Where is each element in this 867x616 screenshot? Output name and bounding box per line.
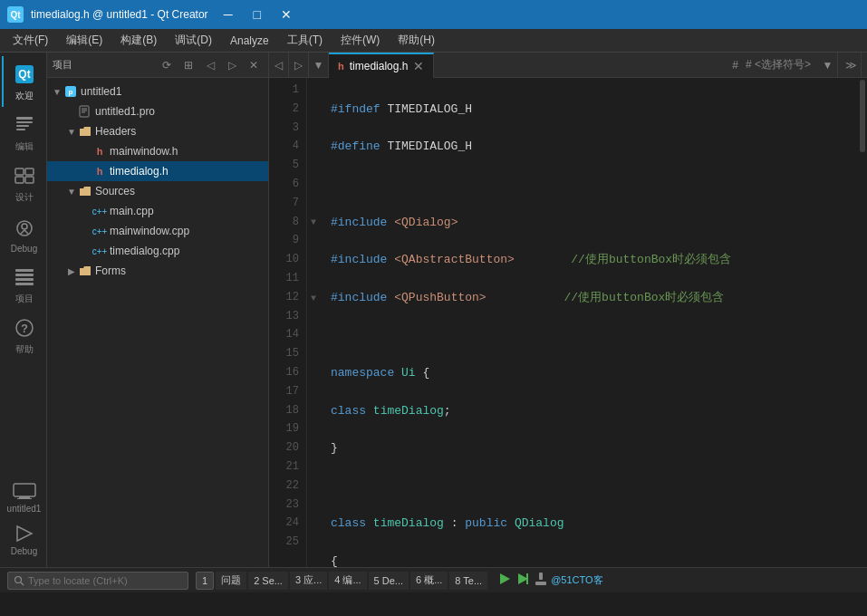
tree-item-timedialog-cpp[interactable]: c++ timedialog.cpp bbox=[47, 241, 268, 261]
minimize-button[interactable]: ─ bbox=[216, 5, 241, 24]
code-line-8: namespace Ui { bbox=[331, 364, 858, 383]
run-button[interactable] bbox=[496, 571, 513, 590]
sidebar-item-edit[interactable]: 编辑 bbox=[2, 107, 45, 158]
line-numbers: 12345 678910 1112131415 1617181920 21222… bbox=[269, 78, 307, 567]
svg-text:p: p bbox=[69, 88, 73, 96]
tab-nav-back[interactable]: ◁ bbox=[269, 53, 289, 78]
search-icon bbox=[14, 575, 24, 586]
code-line-1: #ifndef TIMEDIALOG_H bbox=[331, 101, 858, 120]
symbol-nav[interactable]: # <选择符号> bbox=[742, 57, 814, 72]
tree-item-mainwindow-h[interactable]: h mainwindow.h bbox=[47, 141, 268, 161]
panel-title: 项目 bbox=[53, 58, 154, 72]
svg-rect-26 bbox=[80, 106, 89, 117]
menu-analyze[interactable]: Analyze bbox=[221, 33, 278, 49]
menu-bar: 文件(F) 编辑(E) 构建(B) 调试(D) Analyze 工具(T) 控件… bbox=[0, 29, 867, 53]
scroll-thumb[interactable] bbox=[860, 80, 865, 152]
sidebar-item-debug[interactable]: Debug bbox=[2, 208, 45, 259]
svg-text:Qt: Qt bbox=[18, 68, 30, 81]
collapse-arrow: ▶ bbox=[65, 266, 78, 276]
status-item-5[interactable]: 5 De... bbox=[369, 572, 409, 590]
sidebar-item-help[interactable]: ? 帮助 bbox=[2, 310, 45, 361]
editor-tab-bar: ◁ ▷ ▼ h timedialog.h ✕ # # <选择符号> ▼ ≫ bbox=[269, 53, 867, 78]
layout-button[interactable]: ⊞ bbox=[179, 56, 197, 74]
debug-icon bbox=[11, 215, 38, 242]
menu-debug[interactable]: 调试(D) bbox=[166, 31, 221, 50]
status-item-8[interactable]: 8 Te... bbox=[449, 572, 487, 590]
status-item-2[interactable]: 2 Se... bbox=[248, 572, 288, 590]
nav-forward[interactable]: ▷ bbox=[223, 56, 241, 74]
window-controls: ─ □ ✕ bbox=[216, 5, 299, 24]
project-label: 项目 bbox=[15, 293, 34, 305]
design-icon bbox=[11, 162, 38, 189]
welcome-label: 欢迎 bbox=[15, 90, 34, 102]
tree-item-sources[interactable]: ▼ Sources bbox=[47, 181, 268, 201]
tab-nav-forward[interactable]: ▷ bbox=[289, 53, 309, 78]
tab-nav-down[interactable]: ▼ bbox=[309, 53, 329, 78]
panel-close[interactable]: ✕ bbox=[245, 56, 263, 74]
tree-item-forms[interactable]: ▶ Forms bbox=[47, 261, 268, 281]
status-item-4[interactable]: 4 编... bbox=[329, 572, 366, 590]
svg-rect-16 bbox=[15, 278, 34, 281]
editor-area: ◁ ▷ ▼ h timedialog.h ✕ # # <选择符号> ▼ ≫ 12… bbox=[269, 53, 867, 567]
menu-edit[interactable]: 编辑(E) bbox=[57, 31, 111, 50]
status-items: 1 问题 2 Se... 3 应... 4 编... 5 De... 6 概..… bbox=[196, 571, 603, 590]
tree-item-untitled1[interactable]: ▼ p untitled1 bbox=[47, 82, 268, 101]
vertical-scrollbar[interactable] bbox=[858, 78, 867, 567]
locate-search-box[interactable] bbox=[7, 572, 188, 590]
menu-build[interactable]: 构建(B) bbox=[111, 31, 166, 50]
tree-item-timedialog-h[interactable]: h timedialog.h bbox=[47, 161, 268, 181]
svg-rect-15 bbox=[15, 274, 34, 276]
tree-item-headers[interactable]: ▼ Headers bbox=[47, 121, 268, 141]
code-line-7 bbox=[331, 326, 858, 345]
cpp-file-icon: c++ bbox=[92, 207, 107, 217]
status-item-1[interactable]: 1 bbox=[196, 572, 214, 590]
app-logo: Qt bbox=[7, 6, 24, 23]
headers-folder-icon bbox=[78, 126, 92, 137]
panel-toolbar: 项目 ⟳ ⊞ ◁ ▷ ✕ bbox=[47, 53, 268, 78]
code-content[interactable]: #ifndef TIMEDIALOG_H #define TIMEDIALOG_… bbox=[320, 78, 858, 567]
status-item-issues[interactable]: 问题 bbox=[216, 572, 246, 590]
more-options[interactable]: ≫ bbox=[842, 53, 862, 78]
svg-line-31 bbox=[21, 582, 24, 585]
fold-gutter: ▼ ▼ bbox=[307, 78, 320, 567]
status-item-6[interactable]: 6 概... bbox=[410, 572, 448, 590]
close-button[interactable]: ✕ bbox=[274, 5, 299, 24]
locate-input[interactable] bbox=[28, 575, 182, 586]
svg-text:?: ? bbox=[21, 322, 28, 335]
svg-line-13 bbox=[24, 230, 28, 234]
sidebar-bottom-debug[interactable]: Debug bbox=[2, 521, 45, 560]
tree-label-timedialog-h: timedialog.h bbox=[110, 165, 265, 178]
svg-rect-4 bbox=[16, 125, 29, 127]
svg-rect-3 bbox=[16, 121, 33, 123]
symbol-nav-expand[interactable]: ▼ bbox=[818, 53, 838, 78]
build-button[interactable] bbox=[533, 571, 549, 590]
sidebar-item-welcome[interactable]: Qt 欢迎 bbox=[2, 56, 45, 107]
tab-timedialog-h[interactable]: h timedialog.h ✕ bbox=[329, 53, 434, 78]
tree-label-timedialog-cpp: timedialog.cpp bbox=[110, 245, 265, 257]
menu-controls[interactable]: 控件(W) bbox=[332, 31, 389, 50]
tree-item-mainwindow-cpp[interactable]: c++ mainwindow.cpp bbox=[47, 221, 268, 241]
maximize-button[interactable]: □ bbox=[245, 5, 270, 24]
tab-close-btn[interactable]: ✕ bbox=[413, 59, 424, 73]
menu-tools[interactable]: 工具(T) bbox=[278, 31, 332, 50]
sidebar-item-design[interactable]: 设计 bbox=[2, 158, 45, 208]
code-editor[interactable]: 12345 678910 1112131415 1617181920 21222… bbox=[269, 78, 867, 567]
code-line-13: { bbox=[331, 553, 858, 567]
h-file-icon: h bbox=[92, 146, 107, 157]
code-line-10: } bbox=[331, 439, 858, 458]
cpp-file-icon3: c++ bbox=[92, 246, 107, 256]
branding: @51CTO客 bbox=[551, 573, 602, 587]
tree-label-pro: untitled1.pro bbox=[95, 105, 265, 118]
sidebar-bottom-untitled1[interactable]: untitled1 bbox=[2, 478, 45, 517]
tree-item-main-cpp[interactable]: c++ main.cpp bbox=[47, 201, 268, 221]
sidebar-item-project[interactable]: 项目 bbox=[2, 259, 45, 310]
run-debug-button[interactable] bbox=[515, 571, 531, 590]
tree-item-pro[interactable]: untitled1.pro bbox=[47, 101, 268, 121]
sync-button[interactable]: ⟳ bbox=[158, 56, 176, 74]
nav-back[interactable]: ◁ bbox=[201, 56, 219, 74]
code-line-2: #define TIMEDIALOG_H bbox=[331, 138, 858, 157]
svg-rect-35 bbox=[539, 573, 543, 580]
status-item-3[interactable]: 3 应... bbox=[290, 572, 327, 590]
menu-file[interactable]: 文件(F) bbox=[4, 31, 57, 50]
menu-help[interactable]: 帮助(H) bbox=[389, 31, 444, 50]
